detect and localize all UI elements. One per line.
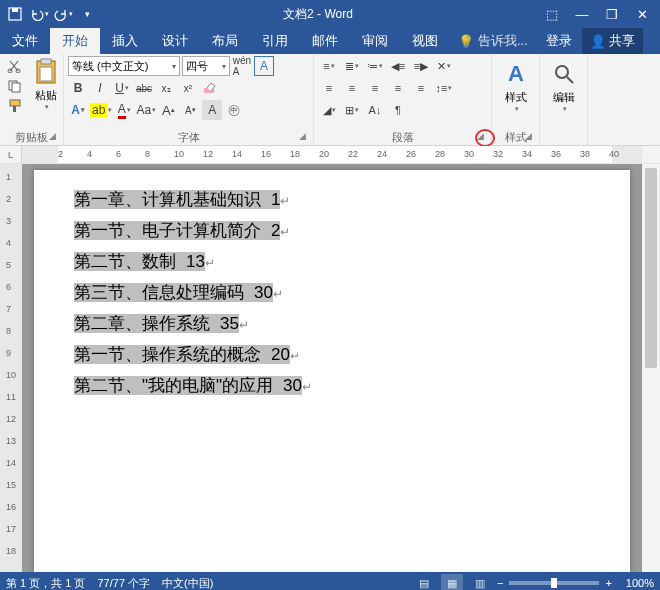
copy-icon[interactable]	[6, 78, 26, 96]
page-status[interactable]: 第 1 页，共 1 页	[6, 576, 85, 591]
text-effects-button[interactable]: A▾	[68, 100, 88, 120]
tab-selector-icon[interactable]: L	[0, 146, 22, 163]
paragraph-launcher-icon[interactable]: ◢	[477, 131, 489, 143]
superscript-button[interactable]: x²	[178, 78, 198, 98]
editing-button[interactable]: 编辑 ▾	[544, 56, 584, 117]
underline-button[interactable]: U▾	[112, 78, 132, 98]
tab-insert[interactable]: 插入	[100, 28, 150, 54]
qat-customize-icon[interactable]: ▾	[76, 3, 98, 25]
sort-button[interactable]: A↓	[364, 100, 386, 120]
ribbon-tabs: 文件 开始 插入 设计 布局 引用 邮件 审阅 视图 💡告诉我... 登录 👤共…	[0, 28, 660, 54]
format-painter-icon[interactable]	[6, 98, 26, 116]
zoom-slider-thumb[interactable]	[551, 578, 557, 588]
zoom-out-button[interactable]: −	[497, 577, 503, 589]
print-layout-icon[interactable]: ▦	[441, 574, 463, 590]
tab-home[interactable]: 开始	[50, 28, 100, 54]
char-shading-icon[interactable]: A	[202, 100, 222, 120]
ruler-tick: 38	[580, 149, 590, 159]
paragraph-mark-icon: ↵	[280, 194, 290, 208]
enclose-char-icon[interactable]: ㊥	[224, 100, 244, 120]
tab-layout[interactable]: 布局	[200, 28, 250, 54]
grow-font-button[interactable]: A▴	[158, 100, 178, 120]
subscript-button[interactable]: x₂	[156, 78, 176, 98]
document-line[interactable]: 第二节、"我的电脑"的应用30↵	[74, 374, 590, 397]
font-launcher-icon[interactable]: ◢	[299, 131, 311, 143]
language-status[interactable]: 中文(中国)	[162, 576, 213, 591]
align-left-button[interactable]: ≡	[318, 78, 340, 98]
change-case-button[interactable]: Aa▾	[136, 100, 156, 120]
borders-button[interactable]: ⊞▾	[341, 100, 363, 120]
bold-button[interactable]: B	[68, 78, 88, 98]
shading-button[interactable]: ◢▾	[318, 100, 340, 120]
scrollbar-thumb[interactable]	[645, 168, 657, 368]
justify-button[interactable]: ≡	[387, 78, 409, 98]
document-line[interactable]: 第二章、操作系统35↵	[74, 312, 590, 335]
tab-review[interactable]: 审阅	[350, 28, 400, 54]
redo-icon[interactable]: ▾	[52, 3, 74, 25]
tab-view[interactable]: 视图	[400, 28, 450, 54]
increase-indent-button[interactable]: ≡▶	[410, 56, 432, 76]
document-line[interactable]: 第二节、数制13↵	[74, 250, 590, 273]
ruler-tick: 24	[377, 149, 387, 159]
group-paragraph: ≡▾ ≣▾ ≔▾ ◀≡ ≡▶ ✕▾ ≡ ≡ ≡ ≡ ≡ ↕≡▾ ◢▾	[314, 54, 492, 145]
styles-icon: A	[502, 60, 530, 88]
distributed-button[interactable]: ≡	[410, 78, 432, 98]
line-spacing-button[interactable]: ↕≡▾	[433, 78, 455, 98]
phonetic-guide-icon[interactable]: wénA	[232, 56, 252, 76]
restore-icon[interactable]: ❐	[598, 3, 626, 25]
strikethrough-button[interactable]: abc	[134, 78, 154, 98]
cut-icon[interactable]	[6, 58, 26, 76]
font-name-combo[interactable]: 等线 (中文正文)▾	[68, 56, 180, 76]
zoom-in-button[interactable]: +	[605, 577, 611, 589]
document-area: 123456789101112131415161718 第一章、计算机基础知识1…	[0, 164, 660, 572]
numbering-button[interactable]: ≣▾	[341, 56, 363, 76]
decrease-indent-button[interactable]: ◀≡	[387, 56, 409, 76]
show-marks-button[interactable]: ¶	[387, 100, 409, 120]
document-line[interactable]: 第三节、信息处理编码30↵	[74, 281, 590, 304]
document-line[interactable]: 第一节、操作系统的概念20↵	[74, 343, 590, 366]
window-title: 文档2 - Word	[98, 6, 538, 23]
highlight-button[interactable]: ab▾	[90, 100, 112, 120]
document-line[interactable]: 第一节、电子计算机简介2↵	[74, 219, 590, 242]
tab-references[interactable]: 引用	[250, 28, 300, 54]
clear-format-icon[interactable]	[200, 78, 220, 98]
document-page[interactable]: 第一章、计算机基础知识1↵第一节、电子计算机简介2↵第二节、数制13↵第三节、信…	[34, 170, 630, 572]
web-layout-icon[interactable]: ▥	[469, 574, 491, 590]
italic-button[interactable]: I	[90, 78, 110, 98]
read-mode-icon[interactable]: ▤	[413, 574, 435, 590]
font-color-button[interactable]: A▾	[114, 100, 134, 120]
ruler-tick: 26	[406, 149, 416, 159]
quick-access-toolbar: ▾ ▾ ▾	[4, 3, 98, 25]
paste-button[interactable]: 粘贴 ▾	[28, 56, 64, 113]
ribbon-options-icon[interactable]: ⬚	[538, 3, 566, 25]
close-icon[interactable]: ✕	[628, 3, 656, 25]
save-icon[interactable]	[4, 3, 26, 25]
multilevel-button[interactable]: ≔▾	[364, 56, 386, 76]
char-border-icon[interactable]: A	[254, 56, 274, 76]
clipboard-launcher-icon[interactable]: ◢	[49, 131, 61, 143]
document-line[interactable]: 第一章、计算机基础知识1↵	[74, 188, 590, 211]
styles-launcher-icon[interactable]: ◢	[525, 131, 537, 143]
word-count[interactable]: 77/77 个字	[97, 576, 150, 591]
tab-design[interactable]: 设计	[150, 28, 200, 54]
vertical-scrollbar[interactable]	[642, 164, 660, 572]
zoom-level[interactable]: 100%	[626, 577, 654, 589]
asian-layout-button[interactable]: ✕▾	[433, 56, 455, 76]
login-button[interactable]: 登录	[536, 28, 582, 54]
paragraph-mark-icon: ↵	[273, 287, 283, 301]
tab-file[interactable]: 文件	[0, 28, 50, 54]
align-center-button[interactable]: ≡	[341, 78, 363, 98]
align-right-button[interactable]: ≡	[364, 78, 386, 98]
styles-button[interactable]: A 样式 ▾	[496, 56, 536, 117]
font-size-combo[interactable]: 四号▾	[182, 56, 230, 76]
zoom-slider[interactable]	[509, 581, 599, 585]
minimize-icon[interactable]: —	[568, 3, 596, 25]
shrink-font-button[interactable]: A▾	[180, 100, 200, 120]
undo-icon[interactable]: ▾	[28, 3, 50, 25]
vertical-ruler[interactable]: 123456789101112131415161718	[0, 164, 22, 572]
horizontal-ruler[interactable]: 246810121416182022242628303234363840	[22, 146, 642, 163]
tab-mailings[interactable]: 邮件	[300, 28, 350, 54]
bullets-button[interactable]: ≡▾	[318, 56, 340, 76]
share-button[interactable]: 👤共享	[582, 28, 643, 54]
tell-me-search[interactable]: 💡告诉我...	[450, 28, 536, 54]
